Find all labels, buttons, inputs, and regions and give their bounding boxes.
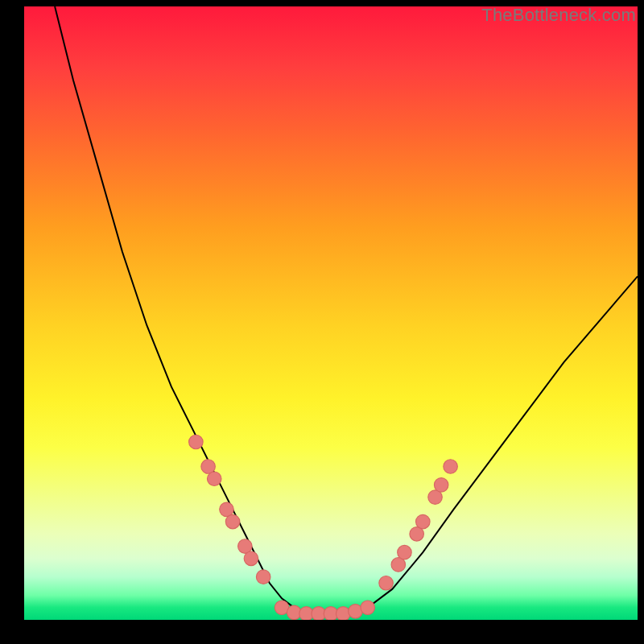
data-marker [256, 570, 270, 584]
data-marker [398, 545, 412, 559]
curve-svg [24, 6, 638, 620]
plot-area [24, 6, 638, 620]
data-marker [207, 472, 221, 486]
chart-stage: TheBottleneck.com [0, 0, 644, 644]
data-marker [336, 607, 350, 620]
data-marker [244, 551, 258, 566]
data-marker [444, 460, 458, 474]
data-marker [434, 478, 448, 493]
watermark-text: TheBottleneck.com [481, 5, 636, 26]
data-marker [416, 514, 431, 529]
data-marker [189, 435, 204, 449]
data-marker [225, 514, 240, 529]
bottleneck-curve-path [55, 6, 638, 613]
data-marker [361, 601, 375, 615]
marker-group [189, 435, 458, 620]
curve-group [55, 6, 638, 613]
data-marker [379, 576, 394, 591]
